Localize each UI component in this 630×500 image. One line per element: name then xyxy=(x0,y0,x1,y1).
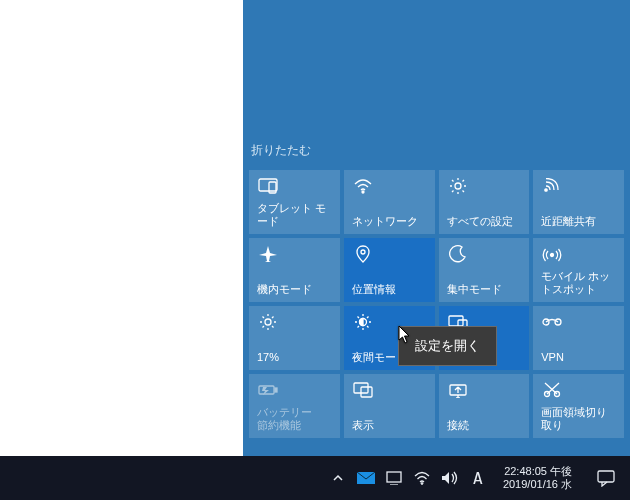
tile-airplane[interactable]: 機内モード xyxy=(249,238,340,302)
tile-nearshare[interactable]: 近距離共有 xyxy=(533,170,624,234)
svg-rect-0 xyxy=(259,179,277,191)
desktop-blank-area xyxy=(0,0,243,456)
taskbar: A 22:48:05 午後 2019/01/16 水 xyxy=(0,456,630,500)
tablet-icon xyxy=(257,176,279,196)
wconnect-icon xyxy=(447,380,469,400)
svg-rect-14 xyxy=(275,388,277,392)
tile-focus[interactable]: 集中モード xyxy=(439,238,530,302)
focus-icon xyxy=(447,244,469,264)
tile-label: 集中モード xyxy=(447,283,524,296)
tile-label: 機内モード xyxy=(257,283,334,296)
nearshare-icon xyxy=(541,176,563,196)
tile-label: バッテリー 節約機能 xyxy=(257,406,334,432)
tile-brightness[interactable]: 17% xyxy=(249,306,340,370)
location-icon xyxy=(352,244,374,264)
wifi-icon[interactable] xyxy=(411,456,433,500)
tile-battery[interactable]: バッテリー 節約機能 xyxy=(249,374,340,438)
battery-icon xyxy=(257,380,279,400)
tile-tablet[interactable]: タブレット モード xyxy=(249,170,340,234)
tile-project[interactable]: 表示 xyxy=(344,374,435,438)
tile-label: 近距離共有 xyxy=(541,215,618,228)
tile-snip[interactable]: 画面領域切り取り xyxy=(533,374,624,438)
vpn-icon xyxy=(541,312,563,332)
tile-settings[interactable]: すべての設定 xyxy=(439,170,530,234)
taskbar-clock[interactable]: 22:48:05 午後 2019/01/16 水 xyxy=(495,465,580,491)
tile-location[interactable]: 位置情報 xyxy=(344,238,435,302)
clock-time: 22:48:05 午後 xyxy=(503,465,572,478)
svg-rect-9 xyxy=(449,316,463,326)
task-view-icon[interactable] xyxy=(383,456,405,500)
svg-point-7 xyxy=(265,319,271,325)
hotspot-icon xyxy=(541,244,563,264)
tile-label: ネットワーク xyxy=(352,215,429,228)
context-tooltip: 設定を開く xyxy=(398,326,497,366)
action-center-icon[interactable] xyxy=(586,456,626,500)
svg-rect-21 xyxy=(387,472,401,482)
snip-icon xyxy=(541,380,563,400)
svg-point-5 xyxy=(361,250,365,254)
nightlight-icon xyxy=(352,312,374,332)
system-tray: A 22:48:05 午後 2019/01/16 水 xyxy=(327,456,630,500)
quick-actions-grid: タブレット モードネットワークすべての設定近距離共有機内モード位置情報集中モード… xyxy=(249,170,624,438)
settings-icon xyxy=(447,176,469,196)
tile-label: VPN xyxy=(541,351,618,364)
clock-date: 2019/01/16 水 xyxy=(503,478,572,491)
tile-label: 17% xyxy=(257,351,334,364)
svg-rect-16 xyxy=(361,387,372,397)
tile-label: モバイル ホットスポット xyxy=(541,270,618,296)
tile-label: 画面領域切り取り xyxy=(541,406,618,432)
tile-hotspot[interactable]: モバイル ホットスポット xyxy=(533,238,624,302)
svg-point-2 xyxy=(362,191,364,193)
ime-mode-icon[interactable]: A xyxy=(467,456,489,500)
airplane-icon xyxy=(257,244,279,264)
tile-label: 位置情報 xyxy=(352,283,429,296)
project-icon xyxy=(352,380,374,400)
network-icon xyxy=(352,176,374,196)
tile-label: 表示 xyxy=(352,419,429,432)
svg-rect-23 xyxy=(598,471,614,482)
svg-point-3 xyxy=(455,183,461,189)
tile-label: タブレット モード xyxy=(257,202,334,228)
svg-point-6 xyxy=(551,254,554,257)
tile-network[interactable]: ネットワーク xyxy=(344,170,435,234)
tray-overflow-chevron-icon[interactable] xyxy=(327,456,349,500)
brightness-icon xyxy=(257,312,279,332)
tile-wconnect[interactable]: 接続 xyxy=(439,374,530,438)
mail-icon[interactable] xyxy=(355,456,377,500)
action-center-panel: 折りたたむ タブレット モードネットワークすべての設定近距離共有機内モード位置情… xyxy=(243,0,630,456)
tile-label: すべての設定 xyxy=(447,215,524,228)
volume-icon[interactable] xyxy=(439,456,461,500)
mouse-cursor xyxy=(398,325,412,349)
tile-vpn[interactable]: VPN xyxy=(533,306,624,370)
collapse-link[interactable]: 折りたたむ xyxy=(251,142,311,159)
tile-label: 接続 xyxy=(447,419,524,432)
svg-point-4 xyxy=(545,189,547,191)
svg-point-22 xyxy=(421,483,423,485)
